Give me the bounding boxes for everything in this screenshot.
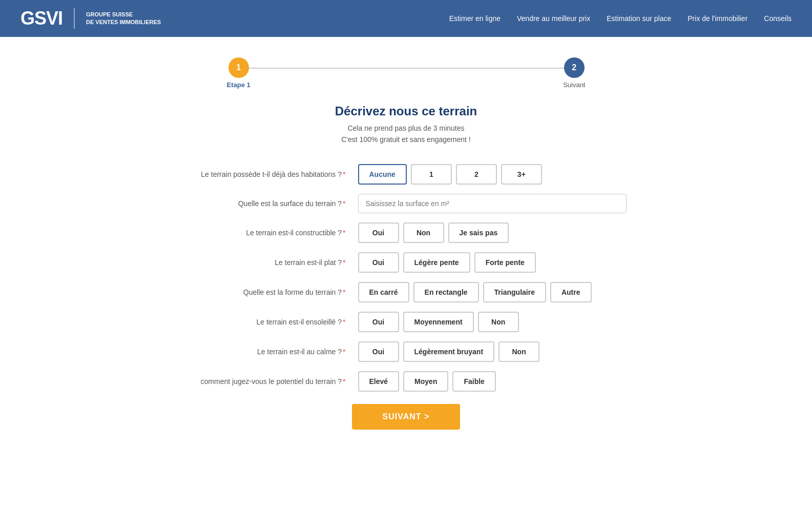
stepper: 1 Etape 1 2 Suivant bbox=[0, 37, 812, 99]
question-potentiel: comment jugez-vous le potentiel du terra… bbox=[186, 371, 627, 392]
option-1[interactable]: 1 bbox=[411, 164, 452, 185]
label-habitations: Le terrain possède t-il déjà des habitat… bbox=[186, 170, 350, 178]
step-label-1: Etape 1 bbox=[227, 81, 251, 89]
submit-button[interactable]: SUIVANT > bbox=[352, 404, 461, 430]
options-constructible: Oui Non Je sais pas bbox=[358, 222, 627, 243]
form-title: Décrivez nous ce terrain bbox=[186, 104, 627, 118]
option-moyen[interactable]: Moyen bbox=[403, 371, 448, 392]
option-plat-oui[interactable]: Oui bbox=[358, 252, 399, 273]
logo-subtitle: GROUPE SUISSE DE VENTES IMMOBILIERES bbox=[86, 11, 161, 27]
option-constructible-jesaispas[interactable]: Je sais pas bbox=[448, 222, 509, 243]
options-habitations: Aucune 1 2 3+ bbox=[358, 164, 627, 185]
options-plat: Oui Légère pente Forte pente bbox=[358, 252, 627, 273]
step-label-2: Suivant bbox=[563, 81, 585, 89]
label-potentiel: comment jugez-vous le potentiel du terra… bbox=[186, 377, 350, 386]
stepper-line bbox=[237, 68, 575, 69]
options-ensoleille: Oui Moyennement Non bbox=[358, 312, 627, 332]
option-autre[interactable]: Autre bbox=[550, 282, 592, 302]
options-potentiel: Elevé Moyen Faible bbox=[358, 371, 627, 392]
step-circle-2: 2 bbox=[564, 57, 585, 78]
nav-prix[interactable]: Prix de l'immobilier bbox=[688, 14, 747, 23]
form-section: Décrivez nous ce terrain Cela ne prend p… bbox=[176, 99, 637, 450]
stepper-step-2[interactable]: 2 Suivant bbox=[563, 57, 585, 89]
logo-divider bbox=[74, 8, 75, 29]
option-eleve[interactable]: Elevé bbox=[358, 371, 400, 392]
question-habitations: Le terrain possède t-il déjà des habitat… bbox=[186, 164, 627, 185]
main-nav: Estimer en ligne Vendre au meilleur prix… bbox=[449, 14, 792, 23]
nav-estimer[interactable]: Estimer en ligne bbox=[449, 14, 501, 23]
options-calme: Oui Légèrement bruyant Non bbox=[358, 341, 627, 362]
label-ensoleille: Le terrain est-il ensoleillé ?* bbox=[186, 318, 350, 326]
question-constructible: Le terrain est-il constructible ?* Oui N… bbox=[186, 222, 627, 243]
question-plat: Le terrain est-il plat ?* Oui Légère pen… bbox=[186, 252, 627, 273]
form-subtitle: Cela ne prend pas plus de 3 minutes C'es… bbox=[186, 123, 627, 146]
label-calme: Le terrain est-il au calme ?* bbox=[186, 348, 350, 356]
label-forme: Quelle est la forme du terrain ?* bbox=[186, 288, 350, 296]
option-constructible-oui[interactable]: Oui bbox=[358, 222, 399, 243]
stepper-step-1: 1 Etape 1 bbox=[227, 57, 251, 89]
option-ensoleille-non[interactable]: Non bbox=[478, 312, 519, 332]
label-plat: Le terrain est-il plat ?* bbox=[186, 258, 350, 267]
option-triangulaire[interactable]: Triangulaire bbox=[483, 282, 546, 302]
option-faible[interactable]: Faible bbox=[452, 371, 495, 392]
question-forme: Quelle est la forme du terrain ?* En car… bbox=[186, 282, 627, 302]
nav-estimation[interactable]: Estimation sur place bbox=[607, 14, 671, 23]
logo: GSVI GROUPE SUISSE DE VENTES IMMOBILIERE… bbox=[20, 8, 161, 29]
option-rectangle[interactable]: En rectangle bbox=[413, 282, 479, 302]
option-3plus[interactable]: 3+ bbox=[501, 164, 542, 185]
input-surface[interactable] bbox=[358, 194, 627, 213]
question-ensoleille: Le terrain est-il ensoleillé ?* Oui Moye… bbox=[186, 312, 627, 332]
options-forme: En carré En rectangle Triangulaire Autre bbox=[358, 282, 627, 302]
question-calme: Le terrain est-il au calme ?* Oui Légère… bbox=[186, 341, 627, 362]
option-calme-bruyant[interactable]: Légèrement bruyant bbox=[403, 341, 495, 362]
option-carre[interactable]: En carré bbox=[358, 282, 409, 302]
logo-gsvi: GSVI bbox=[20, 8, 63, 29]
nav-vendre[interactable]: Vendre au meilleur prix bbox=[517, 14, 590, 23]
option-constructible-non[interactable]: Non bbox=[403, 222, 444, 243]
option-calme-non[interactable]: Non bbox=[498, 341, 539, 362]
nav-conseils[interactable]: Conseils bbox=[764, 14, 792, 23]
question-surface: Quelle est la surface du terrain ?* bbox=[186, 194, 627, 213]
option-plat-legere[interactable]: Légère pente bbox=[403, 252, 470, 273]
option-ensoleille-oui[interactable]: Oui bbox=[358, 312, 399, 332]
option-plat-forte[interactable]: Forte pente bbox=[474, 252, 536, 273]
option-2[interactable]: 2 bbox=[456, 164, 497, 185]
header: GSVI GROUPE SUISSE DE VENTES IMMOBILIERE… bbox=[0, 0, 812, 37]
option-calme-oui[interactable]: Oui bbox=[358, 341, 399, 362]
step-circle-1: 1 bbox=[228, 57, 249, 78]
submit-container: SUIVANT > bbox=[186, 404, 627, 430]
option-ensoleille-moyen[interactable]: Moyennement bbox=[403, 312, 474, 332]
label-constructible: Le terrain est-il constructible ?* bbox=[186, 229, 350, 237]
option-aucune[interactable]: Aucune bbox=[358, 164, 407, 185]
label-surface: Quelle est la surface du terrain ?* bbox=[186, 199, 350, 208]
